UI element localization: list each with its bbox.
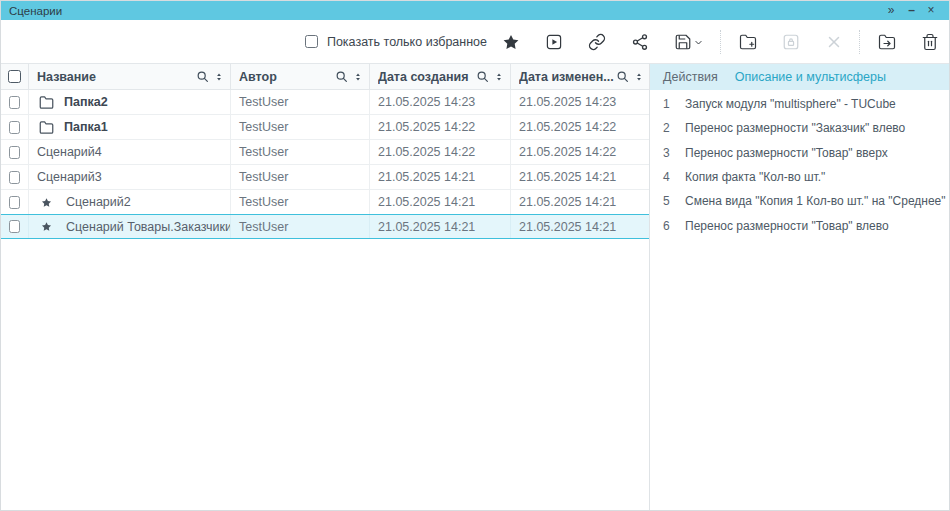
row-author: TestUser	[231, 190, 370, 214]
row-created: 21.05.2025 14:22	[370, 140, 511, 164]
action-item: 4Копия факта "Кол-во шт."	[650, 165, 949, 189]
table-header: Название Автор Дата создания Дата измене…	[1, 64, 649, 90]
row-author: TestUser	[231, 140, 370, 164]
share-icon[interactable]	[630, 32, 649, 51]
window-title: Сценарии	[9, 5, 62, 17]
row-checkbox-cell[interactable]	[1, 115, 29, 139]
tab-description-multispheres[interactable]: Описание и мультисферы	[735, 70, 886, 84]
favorite-star-icon	[39, 197, 56, 208]
more-chevrons-icon[interactable]: »	[881, 1, 901, 20]
show-favorites-label: Показать только избранное	[327, 35, 487, 49]
column-header-modified[interactable]: Дата изменен...	[511, 64, 650, 89]
folder-icon	[39, 95, 54, 110]
column-header-author[interactable]: Автор	[231, 64, 370, 89]
row-name: Сценарий4	[37, 145, 102, 159]
action-number: 3	[650, 146, 675, 160]
tab-actions[interactable]: Действия	[663, 70, 718, 84]
row-modified: 21.05.2025 14:21	[511, 215, 650, 238]
row-checkbox[interactable]	[9, 121, 20, 134]
table-row[interactable]: Сценарий Товары.ЗаказчикиTestUser21.05.2…	[1, 214, 649, 239]
action-number: 2	[650, 121, 675, 135]
row-name-cell: Папка2	[29, 90, 231, 114]
action-item: 3Перенос размерности "Товар" вверх	[650, 141, 949, 165]
save-dropdown-chevron-icon[interactable]	[694, 37, 704, 47]
row-checkbox[interactable]	[9, 96, 20, 109]
row-name-cell: Сценарий2	[29, 190, 231, 214]
column-header-created[interactable]: Дата создания	[370, 64, 511, 89]
favorite-star-icon[interactable]	[501, 32, 520, 51]
save-icon[interactable]	[673, 32, 692, 51]
search-icon[interactable]	[476, 70, 489, 83]
action-text: Копия факта "Кол-во шт."	[675, 170, 825, 184]
main-content: Название Автор Дата создания Дата измене…	[1, 63, 949, 510]
row-created: 21.05.2025 14:21	[370, 215, 511, 238]
link-icon[interactable]	[587, 32, 606, 51]
sort-icon[interactable]	[214, 71, 224, 83]
row-checkbox[interactable]	[9, 171, 20, 184]
side-panel: Действия Описание и мультисферы 1Запуск …	[650, 64, 949, 510]
action-text: Смена вида "Копия 1 Кол-во шт." на "Сред…	[675, 194, 946, 208]
action-item: 1Запуск модуля "multisphere" - TUCube	[650, 92, 949, 116]
action-item: 5Смена вида "Копия 1 Кол-во шт." на "Сре…	[650, 189, 949, 213]
sort-icon[interactable]	[634, 71, 644, 83]
row-name: Сценарий3	[37, 170, 102, 184]
row-checkbox[interactable]	[9, 196, 20, 209]
row-name: Сценарий2	[66, 195, 131, 209]
action-number: 4	[650, 170, 675, 184]
actions-list: 1Запуск модуля "multisphere" - TUCube2Пе…	[650, 90, 949, 238]
row-checkbox-cell[interactable]	[1, 215, 29, 238]
row-name: Сценарий Товары.Заказчики	[66, 220, 231, 234]
row-author: TestUser	[231, 215, 370, 238]
row-checkbox-cell[interactable]	[1, 90, 29, 114]
delete-cross-icon	[824, 32, 843, 51]
action-item: 6Перенос размерности "Товар" влево	[650, 213, 949, 237]
row-modified: 21.05.2025 14:23	[511, 90, 650, 114]
row-checkbox-cell[interactable]	[1, 140, 29, 164]
row-name: Папка1	[64, 120, 108, 134]
move-to-folder-icon[interactable]	[877, 32, 896, 51]
new-folder-icon[interactable]	[738, 32, 757, 51]
row-checkbox-cell[interactable]	[1, 165, 29, 189]
row-modified: 21.05.2025 14:21	[511, 190, 650, 214]
titlebar: Сценарии » – ×	[1, 1, 949, 20]
row-checkbox-cell[interactable]	[1, 190, 29, 214]
row-author: TestUser	[231, 165, 370, 189]
search-icon[interactable]	[196, 70, 209, 83]
row-author: TestUser	[231, 115, 370, 139]
table-row[interactable]: Сценарий4TestUser21.05.2025 14:2221.05.2…	[1, 140, 649, 165]
search-icon[interactable]	[335, 70, 348, 83]
table-body: Папка2TestUser21.05.2025 14:2321.05.2025…	[1, 90, 649, 239]
header-checkbox-cell[interactable]	[1, 64, 29, 89]
column-header-name[interactable]: Название	[29, 64, 231, 89]
search-icon[interactable]	[616, 70, 629, 83]
action-number: 5	[650, 194, 675, 208]
sort-icon[interactable]	[353, 71, 363, 83]
table-row[interactable]: Папка1TestUser21.05.2025 14:2221.05.2025…	[1, 115, 649, 140]
row-modified: 21.05.2025 14:22	[511, 140, 650, 164]
action-text: Запуск модуля "multisphere" - TUCube	[675, 97, 896, 111]
sort-icon[interactable]	[494, 71, 504, 83]
table-row[interactable]: Сценарий3TestUser21.05.2025 14:2121.05.2…	[1, 165, 649, 190]
toolbar: Показать только избранное	[1, 20, 949, 63]
row-checkbox[interactable]	[9, 220, 20, 233]
table-row[interactable]: Сценарий2TestUser21.05.2025 14:2121.05.2…	[1, 190, 649, 215]
row-name-cell: Сценарий4	[29, 140, 231, 164]
side-panel-tabs: Действия Описание и мультисферы	[650, 64, 949, 90]
row-author: TestUser	[231, 90, 370, 114]
run-scenario-icon[interactable]	[544, 32, 563, 51]
select-all-checkbox[interactable]	[8, 70, 21, 83]
action-item: 2Перенос размерности "Заказчик" влево	[650, 116, 949, 140]
row-name-cell: Сценарий Товары.Заказчики	[29, 215, 231, 238]
row-created: 21.05.2025 14:21	[370, 165, 511, 189]
action-number: 6	[650, 219, 675, 233]
action-text: Перенос размерности "Товар" влево	[675, 219, 889, 233]
minimize-icon[interactable]: –	[901, 1, 921, 20]
trash-icon[interactable]	[920, 32, 939, 51]
close-icon[interactable]: ×	[921, 1, 941, 20]
folder-icon	[39, 120, 54, 135]
scenarios-table: Название Автор Дата создания Дата измене…	[1, 64, 650, 510]
lock-icon	[781, 32, 800, 51]
row-checkbox[interactable]	[9, 146, 20, 159]
show-favorites-checkbox[interactable]	[305, 35, 318, 48]
table-row[interactable]: Папка2TestUser21.05.2025 14:2321.05.2025…	[1, 90, 649, 115]
